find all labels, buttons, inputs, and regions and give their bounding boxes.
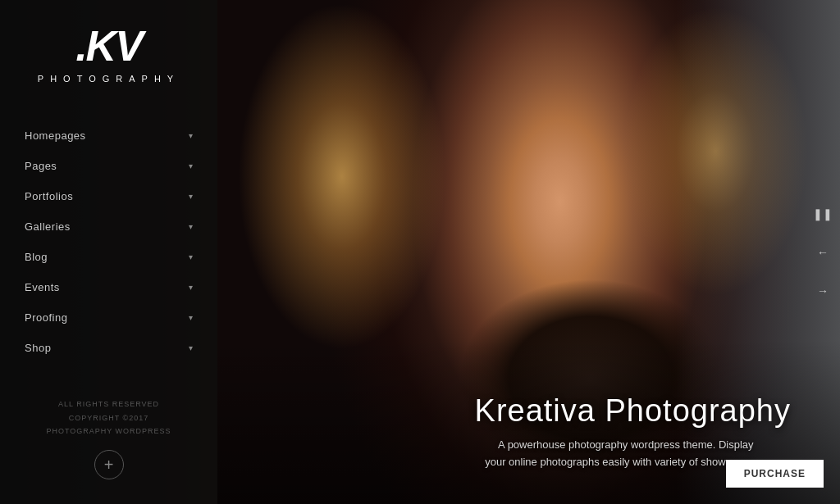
- nav-item-galleries[interactable]: Galleries▾: [0, 211, 217, 242]
- nav-item-portfolios[interactable]: Portfolios▾: [0, 181, 217, 211]
- hero-title: Kreativa Photography: [475, 393, 791, 429]
- footer-copyright: ALL RIGHTS RESERVED COPYRIGHT ©2017 PHOT…: [25, 397, 193, 438]
- chevron-down-icon: ▾: [189, 252, 194, 261]
- chevron-down-icon: ▾: [189, 192, 194, 201]
- chevron-down-icon: ▾: [189, 313, 194, 322]
- nav-item-blog[interactable]: Blog▾: [0, 242, 217, 272]
- prev-button[interactable]: ←: [810, 239, 836, 266]
- pause-button[interactable]: ❚❚: [810, 201, 836, 227]
- hero-subtitle: A powerhouse photography wordpress theme…: [475, 437, 754, 471]
- nav-item-proofing[interactable]: Proofing▾: [0, 302, 217, 333]
- logo-subtitle: PHOTOGRAPHY: [25, 74, 193, 84]
- logo-area: .KV PHOTOGRAPHY: [0, 0, 217, 96]
- plus-circle-button[interactable]: +: [94, 450, 124, 479]
- nav-item-label: Proofing: [25, 311, 67, 324]
- nav-item-events[interactable]: Events▾: [0, 272, 217, 302]
- nav-item-label: Galleries: [25, 220, 71, 233]
- chevron-down-icon: ▾: [189, 343, 194, 352]
- nav-item-label: Shop: [25, 342, 51, 354]
- nav-item-homepages[interactable]: Homepages▾: [0, 120, 217, 151]
- nav-item-label: Blog: [25, 251, 48, 263]
- nav-item-pages[interactable]: Pages▾: [0, 151, 217, 181]
- sidebar: .KV PHOTOGRAPHY Homepages▾Pages▾Portfoli…: [0, 0, 217, 504]
- purchase-button[interactable]: Purchase: [726, 460, 824, 488]
- next-button[interactable]: →: [810, 278, 836, 304]
- nav-item-label: Pages: [25, 160, 57, 172]
- sidebar-footer: ALL RIGHTS RESERVED COPYRIGHT ©2017 PHOT…: [0, 381, 217, 504]
- side-controls: ❚❚ ← →: [810, 201, 840, 304]
- nav-item-label: Portfolios: [25, 190, 73, 202]
- nav-item-shop[interactable]: Shop▾: [0, 333, 217, 363]
- main-content: ❚❚ ← → Kreativa Photography A powerhouse…: [217, 0, 840, 504]
- chevron-down-icon: ▾: [189, 222, 194, 231]
- chevron-down-icon: ▾: [189, 283, 194, 292]
- chevron-down-icon: ▾: [189, 131, 194, 140]
- logo-text: .KV: [25, 25, 193, 67]
- navigation-menu: Homepages▾Pages▾Portfolios▾Galleries▾Blo…: [0, 120, 217, 381]
- nav-item-label: Homepages: [25, 129, 86, 142]
- chevron-down-icon: ▾: [189, 161, 194, 170]
- nav-item-label: Events: [25, 281, 60, 293]
